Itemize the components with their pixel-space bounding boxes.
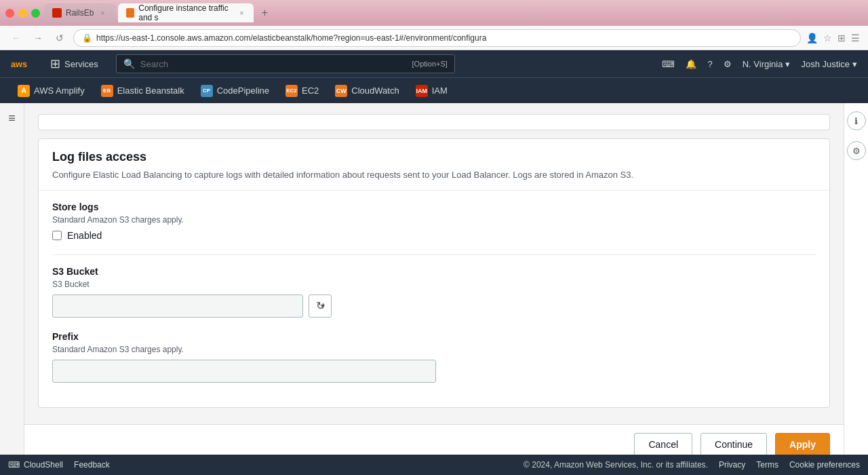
aws-nav-actions: ⌨ 🔔 ? ⚙ N. Virginia ▾ Josh Justice ▾ — [662, 59, 857, 69]
lock-icon: 🔒 — [82, 33, 92, 43]
iam-icon: IAM — [416, 85, 428, 97]
tab-aws[interactable]: Configure instance traffic and s × — [118, 3, 254, 22]
dot-yellow[interactable] — [18, 9, 27, 18]
prefix-sublabel: Standard Amazon S3 charges apply. — [52, 345, 816, 354]
apply-button[interactable]: Apply — [775, 433, 830, 455]
settings-icon[interactable]: ⚙ — [724, 59, 732, 69]
service-cw[interactable]: CW CloudWatch — [328, 81, 406, 100]
services-label: Services — [64, 59, 98, 69]
s3-bucket-select-wrapper: ▾ ↻ — [52, 294, 332, 318]
search-icon: 🔍 — [123, 58, 135, 69]
forward-button[interactable]: → — [30, 30, 46, 46]
cp-label: CodePipeline — [217, 86, 269, 96]
dot-red[interactable] — [5, 9, 14, 18]
s3-bucket-sublabel: S3 Bucket — [52, 280, 816, 289]
search-bar[interactable]: 🔍 [Option+S] — [116, 54, 455, 73]
status-right: © 2024, Amazon Web Services, Inc. or its… — [524, 460, 860, 470]
user-label: Josh Justice — [801, 59, 850, 69]
back-button[interactable]: ← — [8, 30, 24, 46]
service-cp[interactable]: CP CodePipeline — [194, 81, 276, 100]
divider-1 — [52, 254, 816, 255]
profile-icon[interactable]: 👤 — [806, 33, 818, 43]
extensions-icon[interactable]: ⊞ — [837, 33, 846, 43]
store-logs-checkbox-label: Enabled — [67, 230, 102, 241]
store-logs-checkbox-row: Enabled — [52, 230, 816, 241]
url-text: https://us-east-1.console.aws.amazon.com… — [96, 33, 486, 43]
copyright-text: © 2024, Amazon Web Services, Inc. or its… — [524, 460, 708, 470]
prefix-group: Prefix Standard Amazon S3 charges apply. — [52, 331, 816, 383]
sidebar-toggle: ≡ — [0, 103, 24, 455]
continue-button[interactable]: Continue — [701, 433, 767, 455]
region-chevron: ▾ — [785, 59, 790, 69]
refresh-icon: ↻ — [316, 299, 325, 312]
main-layout: ≡ Log files access Configure Elastic Loa… — [0, 103, 868, 455]
tab-favicon-rails — [52, 8, 62, 18]
address-bar: ← → ↺ 🔒 https://us-east-1.console.aws.am… — [0, 26, 868, 50]
amplify-icon: A — [18, 85, 30, 97]
service-ec2[interactable]: EC2 EC2 — [279, 81, 326, 100]
eb-label: Elastic Beanstalk — [117, 86, 184, 96]
terms-link[interactable]: Terms — [756, 460, 778, 470]
prefix-label: Prefix — [52, 331, 816, 342]
url-bar[interactable]: 🔒 https://us-east-1.console.aws.amazon.c… — [73, 29, 801, 47]
privacy-link[interactable]: Privacy — [719, 460, 745, 470]
search-shortcut: [Option+S] — [412, 60, 448, 68]
region-label: N. Virginia — [743, 59, 783, 69]
refresh-button[interactable]: ↻ — [309, 294, 332, 318]
region-selector[interactable]: N. Virginia ▾ — [743, 59, 791, 69]
settings-panel-icon[interactable]: ⚙ — [847, 141, 866, 160]
tab-rails-close[interactable]: × — [98, 8, 107, 18]
s3-bucket-select[interactable] — [52, 294, 303, 318]
log-files-desc: Configure Elastic Load Balancing to capt… — [52, 168, 816, 182]
address-icons: 👤 ☆ ⊞ ☰ — [806, 33, 860, 43]
cw-icon: CW — [335, 85, 347, 97]
tab-favicon-aws — [126, 8, 134, 18]
amplify-label: AWS Amplify — [34, 86, 85, 96]
svg-text:aws: aws — [11, 59, 27, 69]
user-chevron: ▾ — [852, 59, 857, 69]
tab-aws-label: Configure instance traffic and s — [138, 3, 233, 22]
store-logs-checkbox[interactable] — [52, 231, 62, 240]
right-panel: ℹ ⚙ — [844, 103, 868, 455]
tab-rails[interactable]: RailsEb × — [44, 3, 115, 22]
star-icon[interactable]: ☆ — [823, 33, 832, 43]
log-files-title: Log files access — [52, 150, 816, 164]
tab-bar: RailsEb × Configure instance traffic and… — [44, 3, 863, 22]
feedback-button[interactable]: Feedback — [74, 460, 110, 470]
services-menu[interactable]: ⊞ Services — [43, 54, 105, 73]
info-panel-icon[interactable]: ℹ — [847, 111, 866, 130]
help-icon[interactable]: ? — [707, 59, 712, 69]
service-iam[interactable]: IAM IAM — [409, 81, 454, 100]
tab-rails-label: RailsEb — [66, 8, 94, 18]
log-files-header: Log files access Configure Elastic Load … — [39, 139, 829, 191]
service-eb[interactable]: EB Elastic Beanstalk — [94, 81, 191, 100]
cloudshell-label: CloudShell — [24, 460, 63, 470]
browser-menu-icon[interactable]: ☰ — [851, 33, 860, 43]
cloudshell-button[interactable]: ⌨ CloudShell — [8, 460, 63, 470]
tab-aws-close[interactable]: × — [237, 8, 245, 18]
browser-chrome: RailsEb × Configure instance traffic and… — [0, 0, 868, 26]
reload-button[interactable]: ↺ — [52, 30, 68, 46]
top-section-card — [38, 114, 830, 130]
prefix-input[interactable] — [52, 360, 436, 383]
service-bar: A AWS Amplify EB Elastic Beanstalk CP Co… — [0, 77, 868, 103]
store-logs-group: Store logs Standard Amazon S3 charges ap… — [52, 202, 816, 241]
grid-icon: ⊞ — [50, 56, 60, 71]
store-logs-label: Store logs — [52, 202, 816, 212]
cancel-button[interactable]: Cancel — [634, 433, 692, 455]
hamburger-icon[interactable]: ≡ — [8, 111, 16, 126]
service-amplify[interactable]: A AWS Amplify — [11, 81, 92, 100]
cloudshell-icon-nav[interactable]: ⌨ — [662, 59, 675, 69]
aws-logo[interactable]: aws — [11, 57, 33, 71]
user-menu[interactable]: Josh Justice ▾ — [801, 59, 857, 69]
footer-actions: Cancel Continue Apply — [24, 424, 844, 455]
bell-icon[interactable]: 🔔 — [686, 59, 696, 69]
cp-icon: CP — [201, 85, 213, 97]
new-tab-button[interactable]: + — [256, 5, 273, 21]
page-content: Log files access Configure Elastic Load … — [24, 103, 844, 424]
cookie-link[interactable]: Cookie preferences — [789, 460, 860, 470]
dot-green[interactable] — [31, 9, 40, 18]
aws-navbar: aws ⊞ Services 🔍 [Option+S] ⌨ 🔔 ? ⚙ N. V… — [0, 50, 868, 77]
s3-bucket-group: S3 Bucket S3 Bucket ▾ ↻ — [52, 266, 816, 318]
search-input[interactable] — [140, 59, 407, 69]
